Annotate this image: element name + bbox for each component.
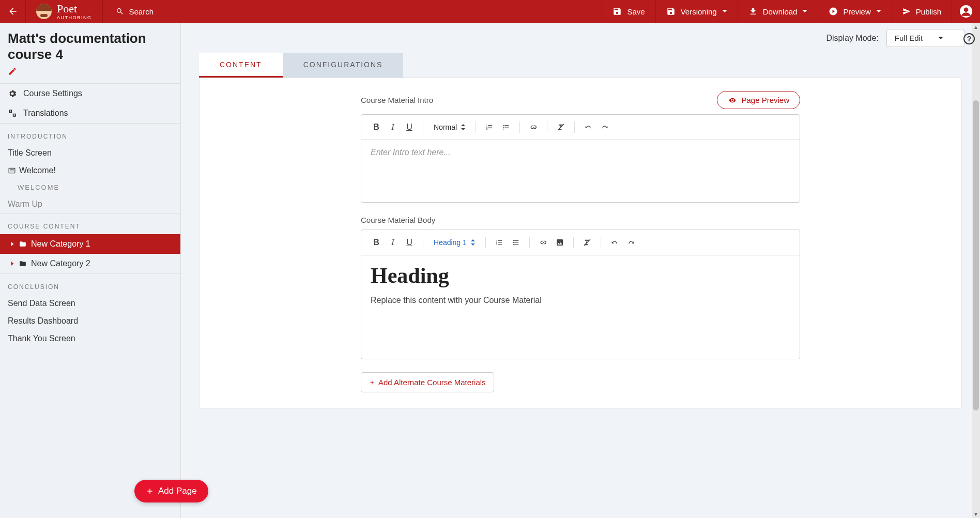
sidebar-item-send-data[interactable]: Send Data Screen — [0, 295, 180, 312]
save-label: Save — [627, 7, 645, 16]
display-mode-label: Display Mode: — [826, 34, 878, 43]
profile-button[interactable] — [952, 0, 980, 23]
brand-title: Poet — [57, 3, 92, 14]
folder-icon — [19, 240, 27, 248]
mascot-icon — [36, 4, 52, 19]
redo-button[interactable] — [598, 120, 612, 134]
clear-format-button[interactable] — [580, 235, 594, 250]
format-select[interactable]: Heading 1 — [430, 238, 479, 247]
save-button[interactable]: Save — [602, 0, 655, 23]
translate-icon: AB — [8, 109, 17, 118]
intro-placeholder: Enter Intro text here... — [371, 148, 790, 157]
clear-format-button[interactable] — [554, 120, 568, 134]
display-mode-select[interactable]: Full Edit — [886, 29, 964, 47]
caret-down-icon — [802, 9, 807, 14]
scroll-thumb[interactable] — [973, 100, 979, 410]
publish-button[interactable]: Publish — [892, 0, 952, 23]
sidebar-item-title-screen[interactable]: Title Screen — [0, 144, 180, 162]
preview-button[interactable]: Preview — [818, 0, 891, 23]
gear-icon — [8, 89, 17, 98]
course-settings-label: Course Settings — [23, 89, 82, 98]
undo-button[interactable] — [607, 235, 622, 250]
preview-label: Preview — [843, 7, 870, 16]
ordered-list-button[interactable] — [482, 120, 497, 134]
sidebar-item-results[interactable]: Results Dashboard — [0, 312, 180, 330]
svg-text:A: A — [10, 110, 11, 113]
scroll-down-icon[interactable]: ▼ — [972, 510, 980, 518]
intro-field-label: Course Material Intro — [361, 96, 433, 104]
redo-button[interactable] — [624, 235, 638, 250]
scroll-up-icon[interactable]: ▲ — [972, 23, 980, 31]
add-alternate-button[interactable]: Add Alternate Course Materials — [361, 372, 494, 392]
top-bar: Poet AUTHORING Search Save Versioning Do… — [0, 0, 980, 23]
link-button[interactable] — [526, 120, 541, 134]
link-button[interactable] — [536, 235, 550, 250]
unordered-list-button[interactable] — [499, 120, 513, 134]
eye-icon — [728, 97, 737, 104]
search-icon — [116, 7, 124, 16]
page-preview-button[interactable]: Page Preview — [717, 91, 800, 109]
translations-label: Translations — [23, 109, 68, 118]
body-editor-body[interactable]: Heading Replace this content with your C… — [361, 255, 800, 359]
caret-down-icon — [876, 9, 881, 14]
bold-button[interactable]: B — [369, 235, 384, 250]
select-arrows-icon — [471, 239, 475, 246]
help-button[interactable]: ? — [961, 31, 977, 47]
svg-text:?: ? — [967, 35, 972, 43]
save-icon — [666, 7, 676, 16]
add-page-button[interactable]: Add Page — [134, 480, 208, 502]
versioning-button[interactable]: Versioning — [655, 0, 738, 23]
svg-point-2 — [964, 7, 969, 12]
underline-button[interactable]: U — [402, 120, 417, 134]
body-editor: B I U Heading 1 — [361, 230, 800, 359]
caret-right-icon — [10, 261, 14, 266]
tab-configurations[interactable]: CONFIGURATIONS — [283, 53, 404, 78]
intro-editor: B I U Normal — [361, 114, 800, 203]
search-button[interactable]: Search — [103, 0, 167, 23]
translations-link[interactable]: AB Translations — [0, 103, 180, 123]
page-icon — [8, 167, 16, 174]
sidebar-item-welcome-sub[interactable]: WELCOME — [0, 179, 180, 195]
back-arrow-icon — [8, 6, 18, 17]
edit-title-button[interactable] — [8, 67, 173, 78]
format-select[interactable]: Normal — [430, 123, 469, 131]
course-title: Matt's documentation course 4 — [8, 31, 173, 63]
underline-button[interactable]: U — [402, 235, 417, 250]
sidebar-item-thankyou[interactable]: Thank You Screen — [0, 330, 180, 347]
caret-down-icon — [722, 9, 727, 14]
undo-button[interactable] — [581, 120, 595, 134]
scrollbar[interactable]: ▲ ▼ — [972, 23, 980, 518]
search-label: Search — [129, 7, 154, 16]
sidebar-category-1[interactable]: New Category 1 — [0, 234, 180, 254]
publish-icon — [902, 7, 911, 16]
unordered-list-button[interactable] — [509, 235, 523, 250]
tab-content[interactable]: CONTENT — [199, 53, 283, 78]
section-header-content: COURSE CONTENT — [0, 213, 180, 234]
select-arrows-icon — [461, 124, 465, 130]
plus-icon — [369, 379, 375, 386]
folder-icon — [19, 260, 27, 267]
intro-toolbar: B I U Normal — [361, 115, 800, 140]
sidebar-item-warmup[interactable]: Warm Up — [0, 195, 180, 213]
body-heading: Heading — [371, 263, 790, 288]
plus-icon — [146, 487, 154, 495]
image-button[interactable] — [553, 235, 567, 250]
back-button[interactable] — [0, 0, 26, 23]
help-icon: ? — [963, 33, 975, 45]
intro-editor-body[interactable]: Enter Intro text here... — [361, 140, 800, 202]
download-button[interactable]: Download — [738, 0, 818, 23]
versioning-label: Versioning — [681, 7, 717, 16]
sidebar: Matt's documentation course 4 Course Set… — [0, 23, 181, 518]
sidebar-item-welcome[interactable]: Welcome! — [0, 162, 180, 179]
sidebar-category-2[interactable]: New Category 2 — [0, 254, 180, 273]
italic-button[interactable]: I — [386, 120, 400, 134]
section-header-conclusion: CONCLUSION — [0, 273, 180, 295]
body-toolbar: B I U Heading 1 — [361, 230, 800, 255]
ordered-list-button[interactable] — [492, 235, 507, 250]
body-field-label: Course Material Body — [361, 216, 800, 224]
course-settings-link[interactable]: Course Settings — [0, 84, 180, 103]
italic-button[interactable]: I — [386, 235, 400, 250]
main-content: Display Mode: Full Edit CONTENT CONFIGUR… — [181, 23, 980, 518]
brand-logo[interactable]: Poet AUTHORING — [26, 0, 103, 23]
bold-button[interactable]: B — [369, 120, 384, 134]
